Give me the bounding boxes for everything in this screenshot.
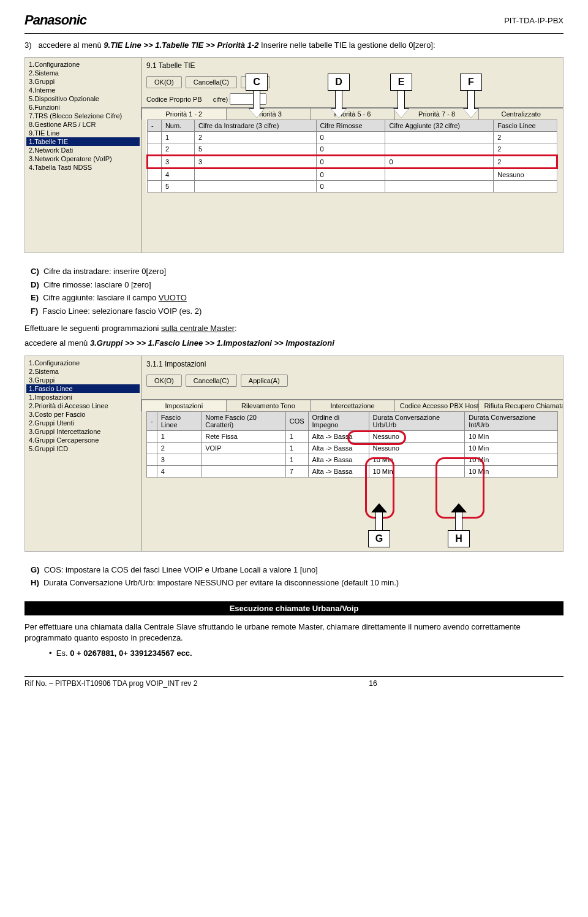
table-cell — [494, 181, 557, 192]
table-cell — [148, 132, 162, 143]
table-cell: 0 — [316, 169, 385, 181]
column-header: Num. — [161, 120, 194, 132]
tree-item[interactable]: 6.Funzioni — [26, 103, 140, 112]
toolbar-button[interactable]: Cancella(C) — [186, 76, 237, 88]
table-cell: 1 — [285, 442, 308, 454]
tab[interactable]: Priorità 1 - 2 — [141, 108, 227, 120]
table-cell: 10 Min — [465, 465, 558, 477]
list-item: F) Fascio Linee: selezionare fascio VOIP… — [31, 305, 564, 318]
tree-item[interactable]: 1.Configurazione — [26, 60, 140, 69]
table-row[interactable]: 40Nessuno — [148, 169, 557, 181]
table-cell — [147, 454, 157, 465]
list-item: G) COS: impostare la COS dei fasci Linee… — [31, 564, 564, 576]
tree-item[interactable]: 2.Gruppi Utenti — [26, 419, 140, 427]
table-row[interactable]: 1Rete Fissa1Alta -> BassaNessuno10 Min — [147, 430, 558, 442]
tree-item[interactable]: 5.Gruppi ICD — [26, 444, 140, 453]
tree-item[interactable]: 4.Interne — [26, 86, 140, 94]
tree-item[interactable]: 3.Gruppi — [26, 376, 140, 384]
callout-d: D — [328, 74, 350, 91]
tab[interactable]: Rifiuta Recupero Chiamata (per il Brasi — [478, 400, 564, 411]
table-cell: 2 — [157, 442, 202, 454]
table-row[interactable]: 33002 — [148, 156, 557, 169]
after-black-text: Per effettuare una chiamata dalla Centra… — [24, 622, 564, 644]
tree-item[interactable]: 3.Gruppi Intercettazione — [26, 427, 140, 436]
tree-item[interactable]: 1.Impostazioni — [26, 393, 140, 401]
table-cell — [148, 143, 162, 156]
list-item: H) Durata Conversazione Urb/Urb: imposta… — [31, 577, 564, 589]
table-cell: Alta -> Bassa — [308, 430, 369, 442]
toolbar-button[interactable]: Applica(A) — [241, 375, 288, 387]
tree-item[interactable]: 3.Gruppi — [26, 77, 140, 86]
table-cell: 10 Min — [465, 454, 558, 465]
intro-text: 3) accedere al menù 9.TIE Line >> 1.Tabe… — [24, 40, 564, 51]
table-cell: VOIP — [202, 442, 285, 454]
tree-item[interactable]: 1.Tabelle TIE — [26, 137, 140, 146]
table-row[interactable]: 1202 — [148, 132, 557, 143]
table-cell — [202, 454, 285, 465]
tab[interactable]: Rilevamento Tono — [226, 400, 311, 411]
table-row[interactable]: 50 — [148, 181, 557, 192]
tree-item[interactable]: 2.Sistema — [26, 69, 140, 77]
table-cell — [202, 465, 285, 477]
tree-item[interactable]: 8.Gestione ARS / LCR — [26, 120, 140, 129]
table-cell: 2 — [494, 132, 557, 143]
toolbar-button[interactable]: Cancella(C) — [186, 375, 237, 387]
footer-ref: Rif No. – PITPBX-IT10906 TDA prog VOIP_I… — [24, 679, 197, 688]
tab[interactable]: Codice Accesso PBX Host — [394, 400, 480, 411]
table-row[interactable]: 47Alta -> Bassa10 Min10 Min — [147, 465, 558, 477]
table-row[interactable]: 2VOIP1Alta -> BassaNessuno10 Min — [147, 442, 558, 454]
tree-item[interactable]: 2.Network Dati — [26, 146, 140, 154]
column-header: Durata Conversazione Urb/Urb — [369, 411, 465, 430]
tree-item[interactable]: 1.Fascio Linee — [26, 384, 140, 393]
table-cell: 1 — [157, 430, 202, 442]
tree-item[interactable]: 7.TRS (Blocco Selezione Cifre) — [26, 112, 140, 120]
column-header: - — [147, 411, 157, 430]
field-label2: cifre) — [213, 96, 228, 103]
table-cell — [148, 169, 162, 181]
tree-item[interactable]: 4.Gruppi Cercapersone — [26, 436, 140, 444]
table-cell: 7 — [285, 465, 308, 477]
table-cell: 5 — [161, 181, 194, 192]
tree-item[interactable]: 9.TIE Line — [26, 129, 140, 137]
tree-nav-2: 1.Configurazione2.Sistema3.Gruppi 1.Fasc… — [25, 356, 141, 551]
doc-code: PIT-TDA-IP-PBX — [504, 16, 564, 25]
column-header: Cifre Rimosse — [316, 120, 385, 132]
tab[interactable]: Priorità 5 - 6 — [310, 108, 395, 120]
panel-title: 9.1 Tabelle TIE — [141, 58, 563, 74]
table-cell: 2 — [194, 132, 316, 143]
tree-nav: 1.Configurazione2.Sistema3.Gruppi4.Inter… — [25, 58, 141, 253]
list-item: D) Cifre rimosse: lasciare 0 [zero] — [31, 279, 564, 291]
list-item: E) Cifre aggiunte: lasciare il campo VUO… — [31, 292, 564, 304]
tree-item[interactable]: 5.Dispositivo Opzionale — [26, 94, 140, 103]
table-cell: 10 Min — [465, 430, 558, 442]
table-cell: 3 — [194, 156, 316, 169]
tree-item[interactable]: 2.Sistema — [26, 367, 140, 376]
table-cell — [148, 181, 162, 192]
table-cell — [147, 465, 157, 477]
tree-item[interactable]: 1.Configurazione — [26, 359, 140, 367]
table-row[interactable]: 2502 — [148, 143, 557, 156]
toolbar-button[interactable]: OK(O) — [146, 375, 182, 387]
tree-item[interactable]: 3.Costo per Fascio — [26, 410, 140, 419]
column-header: Durata Conversazione Int/Urb — [465, 411, 558, 430]
tree-item[interactable]: 2.Priorità di Accesso Linee — [26, 401, 140, 410]
table-cell: 1 — [285, 454, 308, 465]
toolbar-button[interactable]: OK(O) — [146, 76, 182, 88]
column-header: Cifre Aggiunte (32 cifre) — [385, 120, 494, 132]
tree-item[interactable]: 4.Tabella Tasti NDSS — [26, 163, 140, 172]
column-header: Nome Fascio (20 Caratteri) — [202, 411, 285, 430]
table-cell: Nessuno — [494, 169, 557, 181]
tab[interactable]: Intercettazione — [310, 400, 395, 411]
table-cell: 5 — [194, 143, 316, 156]
table-cell: 2 — [494, 143, 557, 156]
tree-item[interactable]: 3.Network Operatore (VoIP) — [26, 154, 140, 163]
table-cell: 0 — [316, 143, 385, 156]
table-cell: Alta -> Bassa — [308, 465, 369, 477]
tab[interactable]: Impostazioni — [141, 400, 227, 411]
column-header: Cifre da Instradare (3 cifre) — [194, 120, 316, 132]
table-row[interactable]: 31Alta -> Bassa10 Min10 Min — [147, 454, 558, 465]
table-cell: 1 — [285, 430, 308, 442]
tab[interactable]: Centralizzato — [478, 108, 564, 120]
tab[interactable]: Priorità 3 — [226, 108, 311, 120]
screenshot-2: 1.Configurazione2.Sistema3.Gruppi 1.Fasc… — [24, 356, 564, 552]
